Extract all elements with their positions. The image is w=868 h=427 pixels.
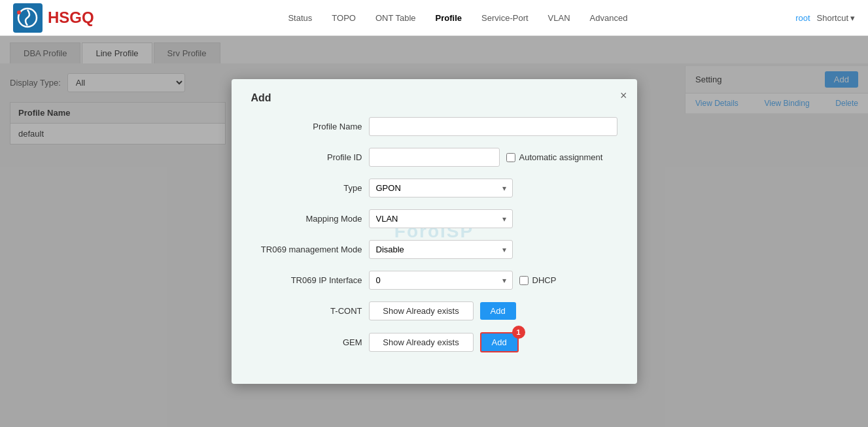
type-select-wrapper: GPON [369, 179, 513, 197]
gem-badge: 1 [512, 326, 525, 339]
gem-add-wrapper: Add 1 [480, 332, 519, 352]
nav-service-port[interactable]: Service-Port [481, 13, 529, 23]
modal-overlay: Add × ForoISP Profile Name Profile ID Au… [0, 36, 868, 427]
profile-name-input[interactable] [369, 117, 617, 136]
dhcp-text: DHCP [532, 275, 557, 285]
automatic-assignment-label: Automatic assignment [506, 152, 603, 162]
nav-shortcut[interactable]: Shortcut ▾ [817, 13, 855, 23]
automatic-assignment-text: Automatic assignment [519, 152, 603, 162]
mapping-mode-select-wrapper: VLAN [369, 209, 513, 228]
nav-right: root Shortcut ▾ [795, 13, 855, 23]
logo-text: HSGQ [48, 9, 94, 27]
tcont-show-exists-button[interactable]: Show Already exists [369, 301, 474, 320]
profile-name-row: Profile Name [251, 117, 617, 136]
svg-point-2 [17, 10, 21, 14]
main-area: DBA Profile Line Profile Srv Profile Dis… [0, 36, 868, 427]
tcont-label: T-CONT [251, 306, 362, 316]
dhcp-checkbox[interactable] [519, 276, 529, 285]
tcont-add-button[interactable]: Add [480, 302, 516, 320]
nav-user: root [795, 13, 810, 23]
tr069-mgmt-select-wrapper: Disable [369, 240, 513, 259]
tr069-ip-select-wrapper: 0 [369, 271, 513, 290]
modal-close-button[interactable]: × [620, 89, 627, 103]
logo-icon [13, 3, 43, 33]
chevron-down-icon: ▾ [850, 13, 855, 23]
dhcp-label: DHCP [519, 275, 557, 285]
gem-row: GEM Show Already exists Add 1 [251, 332, 617, 352]
mapping-mode-label: Mapping Mode [251, 214, 362, 224]
tr069-ip-select[interactable]: 0 [369, 271, 513, 290]
gem-show-exists-button[interactable]: Show Already exists [369, 333, 474, 352]
profile-id-input[interactable] [369, 148, 500, 167]
nav-topo[interactable]: TOPO [332, 13, 356, 23]
profile-id-label: Profile ID [251, 152, 362, 162]
nav-profile[interactable]: Profile [436, 13, 462, 23]
gem-label: GEM [251, 337, 362, 347]
mapping-mode-row: Mapping Mode VLAN [251, 209, 617, 228]
type-select[interactable]: GPON [369, 179, 513, 197]
tr069-mgmt-label: TR069 management Mode [251, 245, 362, 254]
type-label: Type [251, 183, 362, 193]
profile-id-row: Profile ID Automatic assignment [251, 148, 617, 167]
mapping-mode-select[interactable]: VLAN [369, 209, 513, 228]
type-row: Type GPON [251, 179, 617, 197]
tr069-mgmt-select[interactable]: Disable [369, 240, 513, 259]
logo: HSGQ [13, 3, 94, 33]
nav-vlan[interactable]: VLAN [548, 13, 570, 23]
nav-links: Status TOPO ONT Table Profile Service-Po… [120, 13, 795, 23]
nav-status[interactable]: Status [288, 13, 312, 23]
tr069-mgmt-row: TR069 management Mode Disable [251, 240, 617, 259]
nav-advanced[interactable]: Advanced [590, 13, 628, 23]
profile-name-label: Profile Name [251, 122, 362, 131]
modal-title: Add [251, 92, 617, 104]
tcont-row: T-CONT Show Already exists Add [251, 301, 617, 320]
top-navigation: HSGQ Status TOPO ONT Table Profile Servi… [0, 0, 868, 36]
tr069-ip-label: TR069 IP Interface [251, 275, 362, 285]
add-modal: Add × ForoISP Profile Name Profile ID Au… [232, 79, 637, 384]
tr069-ip-row: TR069 IP Interface 0 DHCP [251, 271, 617, 290]
nav-ont-table[interactable]: ONT Table [375, 13, 416, 23]
automatic-assignment-checkbox[interactable] [506, 153, 515, 162]
